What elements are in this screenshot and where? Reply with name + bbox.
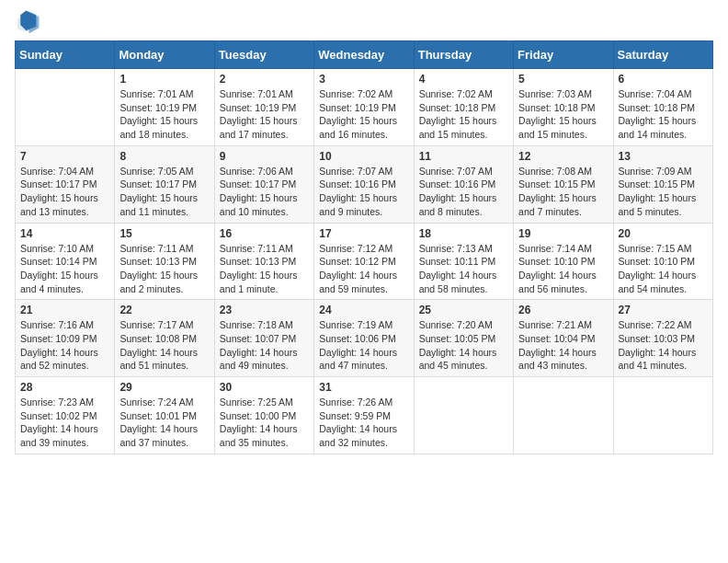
calendar-cell: 27Sunrise: 7:22 AMSunset: 10:03 PMDaylig… <box>613 300 712 377</box>
day-info: Sunrise: 7:25 AMSunset: 10:00 PMDaylight… <box>220 396 309 450</box>
day-info: Sunrise: 7:23 AMSunset: 10:02 PMDaylight… <box>20 396 109 450</box>
day-info: Sunrise: 7:21 AMSunset: 10:04 PMDaylight… <box>518 318 608 373</box>
sunrise-text: Sunrise: 7:15 AM <box>619 242 708 256</box>
day-number: 8 <box>119 150 209 163</box>
sunrise-text: Sunrise: 7:14 AM <box>518 242 608 256</box>
sunrise-text: Sunrise: 7:02 AM <box>319 87 408 101</box>
day-number: 18 <box>419 227 508 240</box>
sunset-text: Sunset: 10:15 PM <box>619 178 708 191</box>
daylight-text: Daylight: 14 hours and 51 minutes. <box>119 346 209 373</box>
weekday-header-row: SundayMondayTuesdayWednesdayThursdayFrid… <box>16 41 713 69</box>
daylight-text: Daylight: 14 hours and 54 minutes. <box>619 269 708 295</box>
day-number: 23 <box>220 304 309 316</box>
day-info: Sunrise: 7:12 AMSunset: 10:12 PMDaylight… <box>319 242 408 296</box>
daylight-text: Daylight: 15 hours and 13 minutes. <box>20 191 109 218</box>
day-number: 20 <box>619 227 708 240</box>
calendar-cell: 10Sunrise: 7:07 AMSunset: 10:16 PMDaylig… <box>314 145 414 223</box>
day-info: Sunrise: 7:06 AMSunset: 10:17 PMDaylight… <box>220 165 309 219</box>
daylight-text: Daylight: 15 hours and 10 minutes. <box>220 191 309 218</box>
calendar-cell: 30Sunrise: 7:25 AMSunset: 10:00 PMDaylig… <box>214 377 313 454</box>
sunrise-text: Sunrise: 7:17 AM <box>119 318 209 332</box>
day-number: 16 <box>220 227 309 240</box>
sunset-text: Sunset: 10:12 PM <box>319 255 408 269</box>
calendar-cell <box>414 377 513 454</box>
day-info: Sunrise: 7:03 AMSunset: 10:18 PMDaylight… <box>518 87 608 142</box>
day-info: Sunrise: 7:15 AMSunset: 10:10 PMDaylight… <box>619 242 708 296</box>
day-number: 2 <box>220 73 309 86</box>
day-number: 9 <box>220 150 309 163</box>
daylight-text: Daylight: 15 hours and 16 minutes. <box>319 114 408 141</box>
sunset-text: Sunset: 10:06 PM <box>319 332 408 346</box>
daylight-text: Daylight: 15 hours and 5 minutes. <box>619 191 708 218</box>
sunrise-text: Sunrise: 7:05 AM <box>119 165 209 178</box>
daylight-text: Daylight: 14 hours and 45 minutes. <box>419 346 508 373</box>
daylight-text: Daylight: 14 hours and 52 minutes. <box>20 346 109 373</box>
sunset-text: Sunset: 10:01 PM <box>119 409 209 423</box>
calendar-cell: 18Sunrise: 7:13 AMSunset: 10:11 PMDaylig… <box>414 223 513 300</box>
weekday-header-monday: Monday <box>115 41 214 69</box>
sunset-text: Sunset: 10:10 PM <box>619 255 708 269</box>
sunrise-text: Sunrise: 7:03 AM <box>518 87 608 101</box>
day-number: 1 <box>119 73 209 86</box>
daylight-text: Daylight: 14 hours and 41 minutes. <box>619 346 708 373</box>
calendar-cell: 13Sunrise: 7:09 AMSunset: 10:15 PMDaylig… <box>613 145 712 223</box>
day-info: Sunrise: 7:19 AMSunset: 10:06 PMDaylight… <box>319 318 408 373</box>
sunrise-text: Sunrise: 7:26 AM <box>319 396 408 409</box>
calendar-week-2: 7Sunrise: 7:04 AMSunset: 10:17 PMDayligh… <box>16 145 713 223</box>
day-number: 19 <box>518 227 608 240</box>
daylight-text: Daylight: 15 hours and 1 minute. <box>220 269 309 295</box>
day-number: 13 <box>619 150 708 163</box>
day-number: 30 <box>220 381 309 394</box>
day-info: Sunrise: 7:10 AMSunset: 10:14 PMDaylight… <box>20 242 109 296</box>
daylight-text: Daylight: 14 hours and 49 minutes. <box>220 346 309 373</box>
calendar-cell: 1Sunrise: 7:01 AMSunset: 10:19 PMDayligh… <box>115 69 214 146</box>
sunrise-text: Sunrise: 7:04 AM <box>619 87 708 101</box>
calendar-cell: 2Sunrise: 7:01 AMSunset: 10:19 PMDayligh… <box>214 69 313 146</box>
sunrise-text: Sunrise: 7:07 AM <box>319 165 408 178</box>
sunrise-text: Sunrise: 7:24 AM <box>119 396 209 409</box>
day-number: 25 <box>419 304 508 316</box>
calendar-cell: 9Sunrise: 7:06 AMSunset: 10:17 PMDayligh… <box>214 145 313 223</box>
sunset-text: Sunset: 10:14 PM <box>20 255 109 269</box>
weekday-header-saturday: Saturday <box>613 41 712 69</box>
day-info: Sunrise: 7:18 AMSunset: 10:07 PMDaylight… <box>220 318 309 373</box>
sunset-text: Sunset: 10:18 PM <box>518 101 608 115</box>
day-number: 15 <box>119 227 209 240</box>
sunset-text: Sunset: 10:04 PM <box>518 332 608 346</box>
calendar-cell: 4Sunrise: 7:02 AMSunset: 10:18 PMDayligh… <box>414 69 513 146</box>
daylight-text: Daylight: 15 hours and 15 minutes. <box>419 114 508 141</box>
daylight-text: Daylight: 14 hours and 47 minutes. <box>319 346 408 373</box>
daylight-text: Daylight: 15 hours and 14 minutes. <box>619 114 708 141</box>
day-number: 14 <box>20 227 109 240</box>
weekday-header-tuesday: Tuesday <box>214 41 313 69</box>
calendar-cell: 28Sunrise: 7:23 AMSunset: 10:02 PMDaylig… <box>16 377 115 454</box>
sunset-text: Sunset: 10:11 PM <box>419 255 508 269</box>
sunset-text: Sunset: 10:08 PM <box>119 332 209 346</box>
sunset-text: Sunset: 10:07 PM <box>220 332 309 346</box>
logo-icon <box>15 9 40 35</box>
day-info: Sunrise: 7:16 AMSunset: 10:09 PMDaylight… <box>20 318 109 373</box>
weekday-header-friday: Friday <box>514 41 613 69</box>
day-number: 6 <box>619 73 708 86</box>
sunset-text: Sunset: 10:09 PM <box>20 332 109 346</box>
sunrise-text: Sunrise: 7:21 AM <box>518 318 608 332</box>
calendar-cell: 8Sunrise: 7:05 AMSunset: 10:17 PMDayligh… <box>115 145 214 223</box>
sunset-text: Sunset: 10:02 PM <box>20 409 109 423</box>
calendar-cell: 25Sunrise: 7:20 AMSunset: 10:05 PMDaylig… <box>414 300 513 377</box>
day-number: 27 <box>619 304 708 316</box>
calendar-cell <box>514 377 613 454</box>
day-info: Sunrise: 7:24 AMSunset: 10:01 PMDaylight… <box>119 396 209 450</box>
day-number: 7 <box>20 150 109 163</box>
sunrise-text: Sunrise: 7:11 AM <box>119 242 209 256</box>
calendar-cell: 26Sunrise: 7:21 AMSunset: 10:04 PMDaylig… <box>514 300 613 377</box>
day-info: Sunrise: 7:17 AMSunset: 10:08 PMDaylight… <box>119 318 209 373</box>
day-info: Sunrise: 7:09 AMSunset: 10:15 PMDaylight… <box>619 165 708 219</box>
sunrise-text: Sunrise: 7:10 AM <box>20 242 109 256</box>
sunrise-text: Sunrise: 7:06 AM <box>220 165 309 178</box>
sunrise-text: Sunrise: 7:12 AM <box>319 242 408 256</box>
day-info: Sunrise: 7:22 AMSunset: 10:03 PMDaylight… <box>619 318 708 373</box>
day-info: Sunrise: 7:14 AMSunset: 10:10 PMDaylight… <box>518 242 608 296</box>
sunrise-text: Sunrise: 7:02 AM <box>419 87 508 101</box>
sunrise-text: Sunrise: 7:11 AM <box>220 242 309 256</box>
daylight-text: Daylight: 14 hours and 56 minutes. <box>518 269 608 295</box>
